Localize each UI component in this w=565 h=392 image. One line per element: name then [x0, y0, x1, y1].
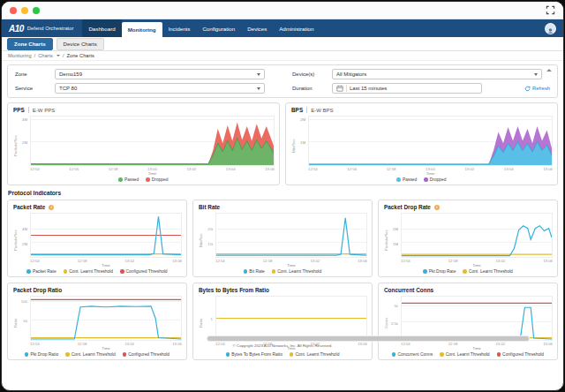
nav-item-configuration[interactable]: Configuration	[196, 19, 241, 37]
legend-dot	[424, 177, 428, 182]
chart-title: Packet Rate	[13, 204, 45, 210]
chevron-down-icon[interactable]	[56, 55, 60, 57]
minimize-window-button[interactable]	[21, 7, 28, 14]
y-tick-label: 1G	[207, 241, 213, 245]
legend-dot	[440, 352, 444, 357]
legend-dot	[118, 177, 123, 182]
product-name: Defend Orchestrator	[27, 26, 74, 31]
refresh-button[interactable]: Refresh	[524, 86, 550, 92]
y-axis-ticks: 2M1M	[297, 116, 308, 166]
chart-body: Bits/Sec2G1G12:5412:5813:0213:06Time	[198, 213, 367, 268]
fullscreen-icon[interactable]	[546, 5, 555, 15]
chart-header: Bit Rate	[198, 203, 367, 213]
nav-item-monitoring[interactable]: Monitoring	[122, 22, 162, 37]
legend-dot	[497, 352, 501, 357]
chart-body: Packets/Sec4M2M12:5412:5813:0213:06Time	[12, 213, 182, 268]
chart-header: BPSE-W BPS	[290, 106, 553, 116]
y-tick-label: 2.5k	[391, 320, 398, 325]
zone-select[interactable]: Demo159	[55, 69, 265, 79]
tab-zone-charts[interactable]: Zone Charts	[7, 38, 53, 50]
nav-item-dashboard[interactable]: Dashboard	[82, 19, 121, 37]
y-tick-label: 50	[23, 319, 27, 323]
info-icon[interactable]: i	[434, 205, 440, 210]
y-tick-label: 2M	[300, 117, 305, 122]
legend-item[interactable]: Dropped	[424, 177, 446, 182]
y-tick-label: 2M	[22, 139, 27, 144]
legend-item[interactable]: Cont. Learnt Threshold	[463, 269, 512, 274]
legend-dot	[290, 352, 294, 357]
chart-plot	[30, 296, 182, 341]
duration-picker[interactable]: Last 15 minutes	[332, 83, 482, 94]
legend-item[interactable]: Configured Threshold	[123, 352, 170, 357]
legend-label: Passed	[124, 177, 139, 182]
breadcrumb-item-charts[interactable]: Charts	[38, 53, 53, 58]
legend-item[interactable]: Cont. Learnt Threshold	[65, 352, 115, 357]
legend-dot	[272, 269, 276, 274]
chart-card-packet-drop-ratio: Packet Drop RatioRatio1005012:5412:5813:…	[7, 283, 187, 360]
info-icon[interactable]: i	[49, 205, 54, 210]
legend-item[interactable]: Cont. Learnt Threshold	[272, 269, 321, 274]
chart-body: Ratio112:5412:5813:0213:06Time	[198, 296, 367, 351]
chart-legend: PassedDropped	[290, 176, 553, 183]
chart-title: Packet Drop Ratio	[13, 287, 62, 293]
collapse-filters-icon[interactable]	[546, 69, 552, 72]
legend-dot	[226, 352, 230, 357]
legend-item[interactable]: Concurrent Conns	[392, 352, 433, 357]
y-axis-ticks: 2M1M	[389, 213, 401, 258]
y-axis-label: Ratio	[12, 296, 19, 351]
legend-item[interactable]: Passed	[396, 177, 417, 182]
legend-item[interactable]: Bytes To Bytes From Ratio	[226, 352, 282, 357]
breadcrumb: Monitoring / Charts / Zone Charts	[2, 51, 563, 61]
y-axis-ticks: 2G1G	[204, 213, 215, 258]
divider	[346, 85, 347, 92]
legend-item[interactable]: Cont. Learnt Threshold	[64, 269, 113, 274]
y-tick-label: 2G	[207, 227, 213, 231]
user-avatar[interactable]	[545, 23, 556, 34]
breadcrumb-item-monitoring[interactable]: Monitoring	[8, 53, 32, 58]
chart-card-pps: PPSE-W PPSPackets/Sec4M2M12:5412:5612:58…	[7, 102, 280, 185]
legend-label: Dropped	[430, 177, 447, 182]
legend-item[interactable]: Dropped	[146, 177, 168, 182]
chart-subtitle: E-W PPS	[33, 108, 55, 113]
close-window-button[interactable]	[10, 7, 17, 14]
chart-body: Packets/Sec4M2M12:5412:5612:5813:0013:02…	[12, 116, 275, 176]
chart-title: Bit Rate	[199, 204, 220, 210]
chart-title: Bytes to Bytes From Ratio	[199, 287, 269, 293]
chart-legend: Packet RateCont. Learnt ThresholdConfigu…	[12, 268, 182, 275]
refresh-icon	[524, 86, 531, 92]
y-axis-label: Packets/Sec	[383, 213, 389, 268]
legend-item[interactable]: Bit Rate	[244, 269, 265, 274]
legend-item[interactable]: Cont. Learnt Threshold	[440, 352, 489, 357]
legend-item[interactable]: Pkt Drop Rate	[423, 269, 456, 274]
y-axis-ticks: 1	[204, 296, 215, 341]
legend-item[interactable]: Passed	[118, 177, 139, 182]
y-tick-label: 4M	[22, 117, 27, 122]
chart-plot	[308, 116, 553, 166]
y-tick-label: 1M	[393, 241, 398, 245]
legend-item[interactable]: Packet Rate	[26, 269, 56, 274]
legend-dot	[463, 269, 467, 274]
service-select[interactable]: TCP 80	[55, 83, 265, 94]
nav-item-incidents[interactable]: Incidents	[162, 19, 197, 37]
legend-label: Configured Threshold	[502, 352, 544, 357]
section-title: Protocol Indicators	[8, 190, 557, 196]
tab-device-charts[interactable]: Device Charts	[56, 38, 104, 50]
chart-title: Concurrent Conns	[384, 287, 433, 293]
nav-item-administration[interactable]: Administration	[273, 19, 320, 37]
horizontal-scrollbar[interactable]	[207, 336, 529, 341]
zone-label: Zone	[15, 72, 50, 77]
chart-tabs: Zone Charts Device Charts	[2, 37, 563, 51]
chart-body: Packets/Sec2M1M12:5412:5813:0213:06Time	[383, 213, 553, 268]
legend-item[interactable]: Configured Threshold	[120, 269, 167, 274]
devices-select[interactable]: All Mitigators	[332, 69, 542, 79]
legend-label: Cont. Learnt Threshold	[446, 352, 490, 357]
zoom-window-button[interactable]	[33, 7, 40, 14]
legend-dot	[26, 269, 31, 274]
duration-field: Duration Last 15 minutes Refresh	[292, 83, 550, 94]
legend-item[interactable]: Cont. Learnt Threshold	[290, 352, 339, 357]
a10-logo: A10	[9, 24, 24, 34]
nav-item-devices[interactable]: Devices	[241, 19, 273, 37]
legend-item[interactable]: Configured Threshold	[497, 352, 544, 357]
y-tick-label: 4M	[22, 227, 27, 231]
legend-item[interactable]: Pkt Drop Ratio	[25, 352, 58, 357]
